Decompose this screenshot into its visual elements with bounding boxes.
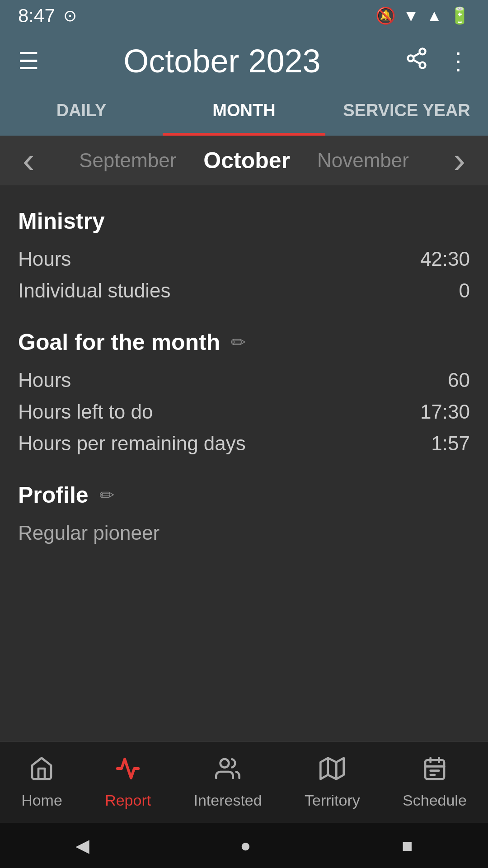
ministry-hours-value: 42:30 <box>420 248 470 270</box>
nav-home-label: Home <box>21 792 62 809</box>
month-nav: ‹ September October November › <box>0 136 488 185</box>
nav-item-report[interactable]: Report <box>96 751 160 814</box>
status-bar: 8:47 ⊙ 🔕 ▼ ▲ 🔋 <box>0 0 488 32</box>
profile-title-row: Profile ✏ <box>18 482 470 508</box>
android-recent-btn[interactable]: ■ <box>402 835 413 856</box>
more-options-icon[interactable]: ⋮ <box>446 47 470 75</box>
interested-icon <box>215 756 240 787</box>
goal-hours-left-label: Hours left to do <box>18 401 153 423</box>
goal-section: Goal for the month ✏ Hours 60 Hours left… <box>18 329 470 459</box>
android-back-btn[interactable]: ◀ <box>75 835 89 856</box>
goal-hours-left-row: Hours left to do 17:30 <box>18 396 470 428</box>
status-wifi-icon: ▼ <box>403 6 419 25</box>
share-icon[interactable] <box>405 47 428 75</box>
report-icon <box>115 756 141 787</box>
ministry-hours-row: Hours 42:30 <box>18 243 470 275</box>
svg-line-4 <box>413 53 420 57</box>
android-home-btn[interactable]: ● <box>240 835 251 856</box>
goal-edit-icon[interactable]: ✏ <box>231 332 246 353</box>
status-time: 8:47 <box>18 5 55 27</box>
status-right: 🔕 ▼ ▲ 🔋 <box>375 6 470 25</box>
nav-item-schedule[interactable]: Schedule <box>394 751 476 814</box>
nav-report-label: Report <box>105 792 151 809</box>
ministry-studies-value: 0 <box>459 279 470 302</box>
android-nav: ◀ ● ■ <box>0 823 488 868</box>
prev-month-arrow[interactable]: ‹ <box>18 135 39 186</box>
nav-territory-label: Territory <box>305 792 360 809</box>
tab-month[interactable]: MONTH <box>163 90 325 136</box>
nav-item-territory[interactable]: Territory <box>296 751 369 814</box>
svg-point-5 <box>221 759 229 768</box>
hamburger-menu-icon[interactable]: ☰ <box>18 47 39 75</box>
schedule-icon <box>422 756 447 787</box>
ministry-title: Ministry <box>18 208 470 234</box>
profile-value: Regular pioneer <box>18 517 470 549</box>
next-month-label: November <box>317 149 409 172</box>
svg-line-3 <box>413 60 420 64</box>
goal-hours-per-day-row: Hours per remaining days 1:57 <box>18 428 470 459</box>
header-icons: ⋮ <box>405 47 470 75</box>
goal-hours-label: Hours <box>18 369 71 392</box>
svg-marker-6 <box>321 758 344 779</box>
ministry-section: Ministry Hours 42:30 Individual studies … <box>18 208 470 307</box>
ministry-studies-label: Individual studies <box>18 279 171 302</box>
prev-month-label: September <box>79 149 176 172</box>
month-list: September October November <box>79 147 409 174</box>
nav-schedule-label: Schedule <box>403 792 467 809</box>
content: Ministry Hours 42:30 Individual studies … <box>0 185 488 549</box>
status-signal-icon: ▲ <box>426 6 442 25</box>
goal-title: Goal for the month <box>18 329 220 355</box>
goal-hours-left-value: 17:30 <box>420 401 470 423</box>
nav-item-interested[interactable]: Interested <box>184 751 271 814</box>
ministry-hours-label: Hours <box>18 248 71 270</box>
header-title: October 2023 <box>123 42 320 80</box>
nav-item-home[interactable]: Home <box>12 751 71 814</box>
status-battery-icon: 🔋 <box>450 6 470 25</box>
territory-icon <box>319 756 345 787</box>
tab-daily[interactable]: DAILY <box>0 90 163 136</box>
goal-title-row: Goal for the month ✏ <box>18 329 470 355</box>
status-left: 8:47 ⊙ <box>18 5 77 27</box>
profile-section: Profile ✏ Regular pioneer <box>18 482 470 549</box>
tab-service-year[interactable]: SERVICE YEAR <box>325 90 488 136</box>
home-icon <box>29 756 54 787</box>
tabs: DAILY MONTH SERVICE YEAR <box>0 90 488 136</box>
profile-edit-icon[interactable]: ✏ <box>99 485 115 505</box>
header: ☰ October 2023 ⋮ <box>0 32 488 90</box>
bottom-nav: Home Report Interested <box>0 741 488 823</box>
profile-title: Profile <box>18 482 89 508</box>
current-month-label: October <box>203 147 290 174</box>
ministry-studies-row: Individual studies 0 <box>18 275 470 307</box>
goal-hours-per-day-label: Hours per remaining days <box>18 432 246 455</box>
goal-hours-value: 60 <box>448 369 470 392</box>
goal-hours-per-day-value: 1:57 <box>431 432 470 455</box>
next-month-arrow[interactable]: › <box>449 135 470 186</box>
status-app-icon: ⊙ <box>63 6 77 25</box>
status-bell-icon: 🔕 <box>375 6 396 25</box>
nav-interested-label: Interested <box>193 792 262 809</box>
goal-hours-row: Hours 60 <box>18 364 470 396</box>
